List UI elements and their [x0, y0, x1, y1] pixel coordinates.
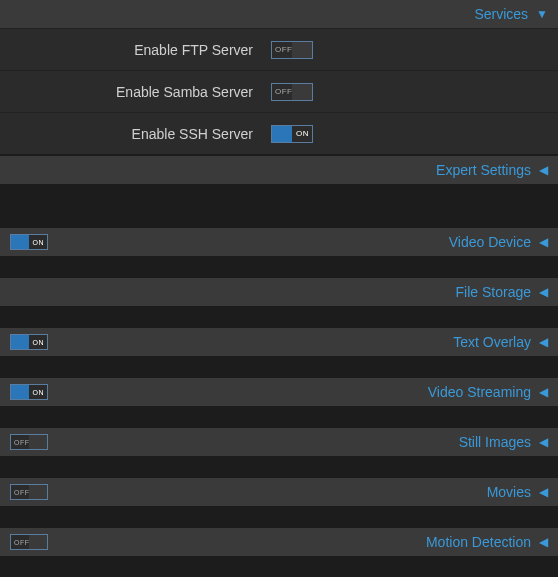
- toggle-still-images[interactable]: OFF: [10, 434, 48, 450]
- setting-label: Enable SSH Server: [0, 126, 265, 142]
- section-header-still-images[interactable]: OFF Still Images ◀: [0, 428, 558, 456]
- chevron-left-icon: ◀: [539, 386, 548, 398]
- setting-row: Enable FTP Server OFF: [0, 28, 558, 70]
- section-header-services[interactable]: Services ▼: [0, 0, 558, 28]
- setting-label: Enable FTP Server: [0, 42, 265, 58]
- section-title: File Storage: [456, 284, 531, 300]
- setting-label: Enable Samba Server: [0, 84, 265, 100]
- section-header-expert-settings[interactable]: Expert Settings ◀: [0, 156, 558, 184]
- section-header-movies[interactable]: OFF Movies ◀: [0, 478, 558, 506]
- chevron-left-icon: ◀: [539, 486, 548, 498]
- section-title: Motion Detection: [426, 534, 531, 550]
- toggle-movies[interactable]: OFF: [10, 484, 48, 500]
- section-header-video-streaming[interactable]: ON Video Streaming ◀: [0, 378, 558, 406]
- section-header-text-overlay[interactable]: ON Text Overlay ◀: [0, 328, 558, 356]
- section-title: Text Overlay: [453, 334, 531, 350]
- section-header-motion-detection[interactable]: OFF Motion Detection ◀: [0, 528, 558, 556]
- toggle-video-streaming[interactable]: ON: [10, 384, 48, 400]
- section-title: Still Images: [459, 434, 531, 450]
- setting-row: Enable SSH Server ON: [0, 112, 558, 154]
- chevron-left-icon: ◀: [539, 236, 548, 248]
- section-title: Video Streaming: [428, 384, 531, 400]
- section-title: Expert Settings: [436, 162, 531, 178]
- toggle-ssh-server[interactable]: ON: [271, 125, 313, 143]
- setting-row: Enable Samba Server OFF: [0, 70, 558, 112]
- section-title: Video Device: [449, 234, 531, 250]
- chevron-left-icon: ◀: [539, 536, 548, 548]
- toggle-video-device[interactable]: ON: [10, 234, 48, 250]
- chevron-left-icon: ◀: [539, 336, 548, 348]
- chevron-left-icon: ◀: [539, 286, 548, 298]
- toggle-ftp-server[interactable]: OFF: [271, 41, 313, 59]
- section-header-file-storage[interactable]: File Storage ◀: [0, 278, 558, 306]
- section-title: Movies: [487, 484, 531, 500]
- toggle-motion-detection[interactable]: OFF: [10, 534, 48, 550]
- chevron-left-icon: ◀: [539, 164, 548, 176]
- toggle-samba-server[interactable]: OFF: [271, 83, 313, 101]
- section-header-video-device[interactable]: ON Video Device ◀: [0, 228, 558, 256]
- section-title: Services: [474, 6, 528, 22]
- chevron-down-icon: ▼: [536, 8, 548, 20]
- chevron-left-icon: ◀: [539, 436, 548, 448]
- toggle-text-overlay[interactable]: ON: [10, 334, 48, 350]
